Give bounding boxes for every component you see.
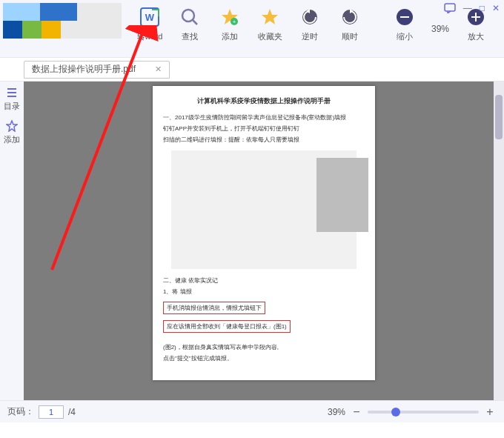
doc-line: 一、2017级学生疫情防控期间留学离声信息登记报备率(室动数据)填报 (163, 113, 365, 122)
document-tab[interactable]: 数据上报操作说明手册.pdf ✕ (24, 61, 170, 79)
to-word-label: 转word (137, 31, 163, 42)
vertical-scrollbar[interactable] (494, 82, 504, 400)
tab-title: 数据上报操作说明手册.pdf (32, 63, 136, 76)
ccw-label: 逆时 (302, 31, 318, 42)
star-add-icon: + (219, 6, 241, 28)
page-label: 页码： (7, 405, 34, 418)
doc-line: 1、将 填报 (163, 288, 365, 296)
minus-circle-icon (394, 6, 416, 28)
svg-text:+: + (233, 19, 236, 25)
star-outline-icon (5, 119, 19, 133)
svg-rect-17 (445, 4, 455, 11)
status-bar: 页码： /4 39% − + (0, 400, 504, 422)
favorites-button[interactable]: 收藏夹 (252, 4, 288, 42)
app-logo (3, 3, 122, 39)
document-viewer[interactable]: 计算机科学系疫学疫情数据上报操作说明手册 一、2017级学生疫情防控期间留学离声… (24, 82, 504, 400)
body: 目录 添加 计算机科学系疫学疫情数据上报操作说明手册 一、2017级学生疫情防控… (0, 82, 504, 400)
pdf-page: 计算机科学系疫学疫情数据上报操作说明手册 一、2017级学生疫情防控期间留学离声… (153, 86, 375, 380)
doc-highlight: 应在该情用全部收到「健康每登日报表」(图1) (163, 320, 291, 333)
zoom-out-label: 缩小 (397, 31, 413, 42)
svg-marker-18 (7, 121, 17, 131)
word-icon: W (139, 6, 161, 28)
doc-line: 点击"提交"按钮完成填报。 (163, 354, 365, 362)
sidebar-toc-button[interactable]: 目录 (4, 86, 20, 112)
sidebar-toc-label: 目录 (4, 101, 20, 112)
doc-line: 扫描的二维码进行填报：提醒：依靠每人只需要填报 (163, 136, 365, 144)
rotate-cw-button[interactable]: 顺时 (332, 4, 368, 42)
zoom-slider-knob[interactable] (391, 408, 400, 417)
page-total: /4 (68, 407, 76, 417)
svg-point-2 (182, 10, 194, 21)
zoom-slider[interactable] (368, 411, 479, 414)
main-toolbar: W 转word 查找 + 添加 收藏夹 逆时 (132, 4, 494, 42)
close-button[interactable]: ✕ (492, 3, 500, 13)
add-button[interactable]: + 添加 (212, 4, 248, 42)
scrollbar-thumb[interactable] (495, 95, 503, 139)
rotate-ccw-button[interactable]: 逆时 (292, 4, 328, 42)
svg-rect-13 (400, 16, 409, 18)
tab-close-icon[interactable]: ✕ (155, 64, 162, 74)
cw-label: 顺时 (342, 31, 358, 42)
svg-line-3 (193, 20, 197, 24)
zoom-percent: 39% (427, 24, 454, 34)
titlebar: W 转word 查找 + 添加 收藏夹 逆时 (0, 0, 504, 58)
search-icon (179, 6, 201, 28)
svg-rect-16 (475, 13, 477, 21)
svg-text:W: W (145, 12, 155, 23)
zoom-out-button[interactable]: 缩小 (387, 4, 422, 42)
rotate-cw-icon (339, 6, 361, 28)
find-label: 查找 (182, 31, 198, 42)
doc-line: 二、健康 依靠实况记 (163, 276, 365, 285)
fav-label: 收藏夹 (258, 31, 282, 42)
zoom-in-label: 放大 (468, 31, 484, 42)
sidebar-add-label: 添加 (4, 134, 20, 145)
to-word-button[interactable]: W 转word (132, 4, 168, 42)
page-input[interactable] (39, 405, 64, 419)
doc-screenshot (171, 150, 357, 269)
add-label: 添加 (222, 31, 238, 42)
maximize-button[interactable]: □ (480, 3, 485, 13)
feedback-icon[interactable] (444, 3, 456, 13)
minimize-button[interactable]: — (463, 3, 472, 13)
doc-line: (图2)，根据自身真实情填写表单中学段内容, (163, 343, 365, 351)
doc-title: 计算机科学系疫学疫情数据上报操作说明手册 (163, 96, 365, 106)
list-icon (5, 86, 19, 99)
svg-marker-7 (262, 9, 278, 24)
zoom-minus-button[interactable]: − (350, 405, 363, 419)
find-button[interactable]: 查找 (172, 4, 208, 42)
tab-bar: 数据上报操作说明手册.pdf ✕ (0, 58, 504, 82)
star-icon (259, 6, 281, 28)
zoom-plus-button[interactable]: + (483, 405, 497, 419)
sidebar: 目录 添加 (0, 82, 24, 400)
window-controls: — □ ✕ (444, 3, 500, 13)
doc-line: 钉钉APP并安装到手机上，打开手机端钉钉使用钉钉 (163, 125, 365, 133)
rotate-ccw-icon (299, 6, 321, 28)
doc-highlight: 手机消填报信情消息，情报尤填钮下 (163, 302, 265, 314)
status-zoom: 39% (328, 407, 345, 417)
sidebar-fav-button[interactable]: 添加 (4, 119, 20, 145)
